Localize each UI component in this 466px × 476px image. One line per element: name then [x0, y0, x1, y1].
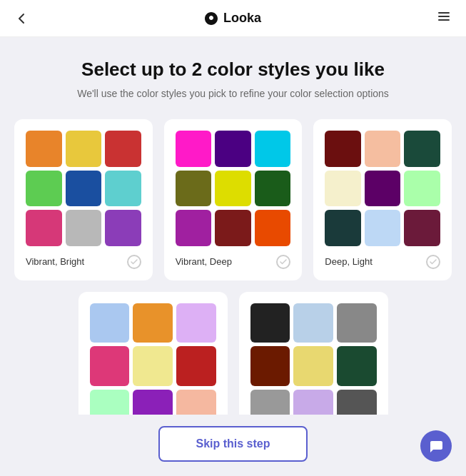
swatch: [250, 303, 290, 343]
chat-button[interactable]: [420, 430, 452, 462]
swatch: [66, 131, 102, 167]
top-cards-grid: Vibrant, Bright: [14, 119, 452, 280]
svg-rect-0: [438, 12, 450, 14]
card-footer: Vibrant, Bright: [26, 255, 141, 269]
swatch: [404, 171, 440, 207]
swatch: [365, 171, 401, 207]
swatch: [325, 171, 361, 207]
logo-text: Looka: [223, 11, 261, 26]
swatch: [105, 131, 141, 167]
swatch: [215, 131, 251, 167]
page-subtitle: We'll use the color styles you pick to r…: [14, 88, 452, 99]
swatch: [215, 210, 251, 246]
swatch: [365, 131, 401, 167]
color-card-vibrant-deep[interactable]: Vibrant, Deep: [164, 119, 303, 280]
svg-rect-2: [438, 19, 450, 21]
card-footer: Vibrant, Deep: [176, 255, 291, 269]
back-button[interactable]: [14, 11, 29, 26]
app-logo: Looka: [203, 11, 261, 26]
svg-rect-1: [438, 16, 450, 17]
card-check-vibrant-bright: [127, 255, 141, 269]
card-footer: Deep, Light: [325, 255, 440, 269]
page-title: Select up to 2 color styles you like: [14, 59, 452, 81]
chat-icon: [428, 438, 444, 454]
swatch: [325, 131, 361, 167]
swatch: [105, 171, 141, 207]
swatch: [176, 131, 212, 167]
swatches-light-vibrant: [90, 303, 216, 430]
hamburger-icon: [436, 9, 452, 24]
swatch: [255, 171, 291, 207]
swatch: [133, 303, 173, 343]
swatch: [176, 346, 216, 386]
swatch: [66, 210, 102, 246]
page-footer: Skip this step: [0, 415, 466, 476]
swatch: [90, 303, 130, 343]
swatch: [133, 346, 173, 386]
swatch: [255, 210, 291, 246]
swatch: [105, 210, 141, 246]
skip-button[interactable]: Skip this step: [158, 426, 307, 462]
swatch: [66, 171, 102, 207]
card-label: Vibrant, Bright: [26, 256, 84, 267]
swatch: [26, 171, 62, 207]
swatch: [26, 131, 62, 167]
swatches-vibrant-deep: [176, 131, 291, 246]
swatch: [325, 210, 361, 246]
swatch: [250, 346, 290, 386]
swatch: [255, 131, 291, 167]
swatch: [176, 303, 216, 343]
card-check-deep-light: [426, 255, 440, 269]
swatch: [365, 210, 401, 246]
swatch: [293, 303, 333, 343]
swatch: [404, 131, 440, 167]
swatches-vibrant-bright: [26, 131, 141, 246]
looka-logo-icon: [203, 11, 219, 26]
check-icon: [280, 259, 287, 265]
swatch: [176, 210, 212, 246]
check-icon: [430, 259, 437, 265]
check-icon: [131, 259, 138, 265]
back-icon: [14, 11, 29, 26]
color-card-deep-light[interactable]: Deep, Light: [313, 119, 452, 280]
swatch: [90, 346, 130, 386]
swatches-deep-light: [325, 131, 440, 246]
swatch: [215, 171, 251, 207]
main-content: Select up to 2 color styles you like We'…: [0, 37, 466, 476]
card-label: Vibrant, Deep: [176, 256, 232, 267]
swatches-bw-greyscale: [250, 303, 377, 430]
swatch: [26, 210, 62, 246]
swatch: [293, 346, 333, 386]
card-check-vibrant-deep: [276, 255, 290, 269]
swatch: [337, 303, 377, 343]
swatch: [404, 210, 440, 246]
color-card-vibrant-bright[interactable]: Vibrant, Bright: [14, 119, 153, 280]
swatch: [176, 171, 212, 207]
card-label: Deep, Light: [325, 256, 373, 267]
app-header: Looka: [0, 0, 466, 37]
menu-button[interactable]: [436, 9, 452, 28]
swatch: [337, 346, 377, 386]
